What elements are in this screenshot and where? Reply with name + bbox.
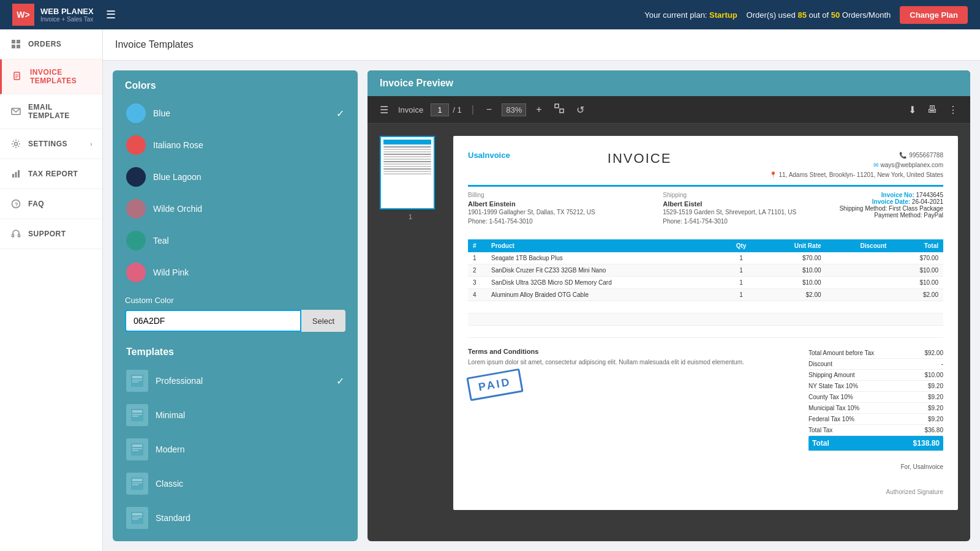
payment-method-label: Payment Method: bbox=[874, 212, 922, 219]
cell-discount bbox=[826, 277, 892, 289]
sidebar-item-settings[interactable]: SETTINGS › bbox=[0, 129, 102, 159]
cell-total: $10.00 bbox=[891, 277, 943, 289]
hamburger-icon[interactable]: ☰ bbox=[106, 8, 116, 21]
sidebar-item-orders[interactable]: ORDERS bbox=[0, 29, 102, 59]
cell-num: 4 bbox=[468, 289, 486, 301]
pdf-fit-page-button[interactable] bbox=[552, 101, 567, 118]
plan-label: Your current plan: Startup bbox=[644, 10, 737, 20]
pdf-toolbar-right: ⬇ 🖶 ⋮ bbox=[906, 102, 960, 118]
pdf-print-button[interactable]: 🖶 bbox=[925, 102, 940, 118]
logo-sub: Invoice + Sales Tax bbox=[40, 16, 94, 23]
billing-name: Albert Einstein bbox=[468, 200, 644, 208]
shipping-address: 1529-1519 Garden St, Shreveport, LA 7110… bbox=[663, 208, 839, 217]
template-item-modern[interactable]: Modern bbox=[119, 432, 352, 467]
pdf-toolbar: ☰ Invoice / 1 | − 83% + ↺ ⬇ bbox=[368, 96, 970, 124]
custom-color-select-button[interactable]: Select bbox=[301, 310, 345, 332]
shipping-method-label: Shipping Method: bbox=[839, 205, 887, 212]
svg-rect-10 bbox=[12, 174, 14, 178]
pdf-zoom-display: 83% bbox=[502, 103, 526, 116]
template-item-classic[interactable]: Classic bbox=[119, 467, 352, 501]
sidebar-item-invoice-templates[interactable]: INVOICE TEMPLATES bbox=[0, 59, 102, 94]
template-item-standard[interactable]: Standard bbox=[119, 501, 352, 535]
thumbnail-page-num: 1 bbox=[380, 213, 441, 220]
billing-label: Billing bbox=[468, 192, 644, 198]
pdf-content: 1 UsaInvoice INVOICE bbox=[368, 124, 970, 541]
invoice-meta: Invoice No: 17443645 Invoice Date: 26-04… bbox=[839, 192, 943, 233]
svg-rect-36 bbox=[132, 519, 138, 520]
table-header-qty: Qty bbox=[723, 239, 759, 252]
shipping-phone: Phone: 1-541-754-3010 bbox=[663, 217, 839, 226]
pdf-page-input[interactable] bbox=[431, 103, 449, 116]
shipping-label: Shipping bbox=[663, 192, 839, 198]
sidebar-item-email-template[interactable]: EMAIL TEMPLATE bbox=[0, 94, 102, 129]
grid-icon bbox=[10, 38, 22, 50]
help-circle-icon: ? bbox=[10, 198, 22, 210]
table-row: 3 SanDisk Ultra 32GB Micro SD Memory Car… bbox=[468, 277, 943, 289]
thumbnail-line bbox=[383, 154, 431, 155]
change-plan-button[interactable]: Change Plan bbox=[900, 6, 968, 24]
svg-rect-24 bbox=[132, 416, 138, 417]
sidebar-label-settings: SETTINGS bbox=[28, 140, 67, 148]
pdf-download-button[interactable]: ⬇ bbox=[906, 102, 919, 118]
email-icon: ✉ bbox=[873, 160, 878, 170]
template-item-professional[interactable]: Professional ✓ bbox=[119, 364, 352, 398]
cell-product: Aluminum Alloy Braided OTG Cable bbox=[486, 289, 723, 301]
cell-qty: 1 bbox=[723, 277, 759, 289]
cell-total: $70.00 bbox=[891, 252, 943, 264]
pdf-thumbnail-area: 1 bbox=[380, 136, 441, 220]
pdf-more-button[interactable]: ⋮ bbox=[946, 102, 960, 118]
svg-rect-12 bbox=[18, 170, 20, 178]
color-label-blue-lagoon: Blue Lagoon bbox=[153, 172, 202, 182]
paid-stamp: PAID bbox=[466, 369, 523, 402]
logo-name: WEB PLANEX bbox=[40, 7, 94, 17]
color-item-teal[interactable]: Teal bbox=[119, 225, 352, 257]
template-item-minimal[interactable]: Minimal bbox=[119, 398, 352, 432]
invoice-title-block: INVOICE bbox=[608, 151, 671, 167]
total-value: $36.80 bbox=[924, 427, 943, 433]
custom-color-input[interactable] bbox=[125, 310, 301, 332]
grand-total-row: Total$138.80 bbox=[809, 436, 943, 451]
shipping-method-value: First Class Package bbox=[889, 205, 943, 212]
table-header-unit-rate: Unit Rate bbox=[760, 239, 826, 252]
main-content: Colors Blue ✓ Italiano Rose bbox=[103, 61, 980, 551]
pdf-zoom-out-button[interactable]: − bbox=[484, 102, 494, 118]
total-row: Total Tax$36.80 bbox=[809, 425, 943, 436]
svg-rect-31 bbox=[132, 482, 142, 484]
sidebar-item-support[interactable]: SUPPORT bbox=[0, 219, 102, 249]
total-row: Total Amount before Tax$92.00 bbox=[809, 348, 943, 359]
template-thumb-standard bbox=[126, 507, 148, 529]
thumbnail-lines bbox=[383, 146, 431, 174]
color-swatch-italiano-rose bbox=[126, 135, 146, 155]
pdf-zoom-in-button[interactable]: + bbox=[533, 102, 544, 118]
cell-product: Seagate 1TB Backup Plus bbox=[486, 252, 723, 264]
sidebar-item-tax-report[interactable]: TAX REPORT bbox=[0, 159, 102, 189]
payment-method-row: Payment Method: PayPal bbox=[839, 212, 943, 219]
color-item-wilde-orchid[interactable]: Wilde Orchid bbox=[119, 193, 352, 225]
invoice-no-value: 17443645 bbox=[916, 192, 944, 198]
template-thumb-professional bbox=[126, 370, 148, 392]
preview-header: Invoice Preview bbox=[368, 70, 970, 96]
thumbnail-line bbox=[383, 173, 431, 174]
totals-section: Total Amount before Tax$92.00Discount-Sh… bbox=[809, 348, 943, 451]
color-item-blue[interactable]: Blue ✓ bbox=[119, 97, 352, 129]
invoice-logo-text: UsaInvoice bbox=[468, 151, 510, 160]
sidebar-item-faq[interactable]: ? FAQ bbox=[0, 189, 102, 219]
color-item-italiano-rose[interactable]: Italiano Rose bbox=[119, 129, 352, 161]
table-row-empty bbox=[468, 313, 943, 326]
pdf-thumbnail-page1[interactable] bbox=[380, 136, 435, 209]
pdf-menu-button[interactable]: ☰ bbox=[377, 102, 391, 118]
cell-unit-rate: $70.00 bbox=[760, 252, 826, 264]
payment-method-value: PayPal bbox=[924, 212, 943, 219]
invoice-signature: For, UsaInvoice Authorized Signature bbox=[468, 463, 943, 495]
logo-icon: W> bbox=[12, 4, 34, 26]
preview-title: Invoice Preview bbox=[380, 78, 453, 89]
svg-point-9 bbox=[15, 143, 18, 146]
color-item-wild-pink[interactable]: Wild Pink bbox=[119, 257, 352, 288]
total-label: Shipping Amount bbox=[809, 372, 855, 378]
left-panel: Colors Blue ✓ Italiano Rose bbox=[113, 70, 358, 541]
color-item-blue-lagoon[interactable]: Blue Lagoon bbox=[119, 161, 352, 193]
cell-discount bbox=[826, 289, 892, 301]
invoice-date-row: Invoice Date: 26-04-2021 bbox=[839, 198, 943, 205]
thumbnail-line bbox=[383, 171, 431, 172]
pdf-rotate-button[interactable]: ↺ bbox=[574, 102, 587, 118]
